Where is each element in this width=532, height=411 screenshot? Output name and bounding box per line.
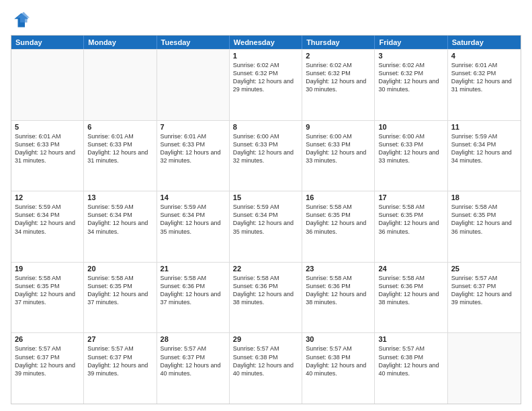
weekday-header-thursday: Thursday	[302, 36, 375, 49]
day-info: Sunrise: 6:01 AM Sunset: 6:33 PM Dayligh…	[15, 132, 80, 165]
weekday-header-tuesday: Tuesday	[157, 36, 230, 49]
day-cell-27: 27Sunrise: 5:57 AM Sunset: 6:37 PM Dayli…	[84, 333, 157, 404]
day-number: 23	[306, 265, 371, 273]
day-info: Sunrise: 5:58 AM Sunset: 6:35 PM Dayligh…	[306, 203, 371, 236]
day-info: Sunrise: 5:57 AM Sunset: 6:37 PM Dayligh…	[15, 345, 80, 377]
weekday-header-sunday: Sunday	[11, 36, 84, 49]
calendar: SundayMondayTuesdayWednesdayThursdayFrid…	[11, 35, 521, 404]
day-info: Sunrise: 5:59 AM Sunset: 6:34 PM Dayligh…	[233, 203, 298, 236]
day-info: Sunrise: 5:59 AM Sunset: 6:34 PM Dayligh…	[451, 132, 517, 165]
day-number: 6	[87, 123, 152, 131]
day-cell-12: 12Sunrise: 5:59 AM Sunset: 6:34 PM Dayli…	[11, 191, 84, 262]
day-number: 15	[233, 193, 298, 201]
calendar-row-4: 19Sunrise: 5:58 AM Sunset: 6:35 PM Dayli…	[11, 262, 521, 333]
day-info: Sunrise: 6:00 AM Sunset: 6:33 PM Dayligh…	[233, 132, 298, 165]
day-cell-3: 3Sunrise: 6:02 AM Sunset: 6:32 PM Daylig…	[375, 50, 447, 120]
day-number: 14	[161, 193, 226, 201]
day-cell-14: 14Sunrise: 5:59 AM Sunset: 6:34 PM Dayli…	[157, 191, 230, 262]
weekday-header-monday: Monday	[84, 36, 157, 49]
day-number: 11	[451, 123, 517, 131]
day-number: 27	[87, 335, 152, 343]
day-number: 31	[378, 335, 443, 343]
day-cell-16: 16Sunrise: 5:58 AM Sunset: 6:35 PM Dayli…	[302, 191, 375, 262]
day-info: Sunrise: 5:59 AM Sunset: 6:34 PM Dayligh…	[87, 203, 152, 236]
day-info: Sunrise: 6:02 AM Sunset: 6:32 PM Dayligh…	[233, 61, 298, 94]
day-info: Sunrise: 5:58 AM Sunset: 6:36 PM Dayligh…	[306, 274, 371, 307]
day-number: 9	[306, 123, 371, 131]
day-info: Sunrise: 5:59 AM Sunset: 6:34 PM Dayligh…	[161, 203, 226, 236]
weekday-header-friday: Friday	[375, 36, 447, 49]
day-info: Sunrise: 5:57 AM Sunset: 6:37 PM Dayligh…	[451, 274, 517, 307]
day-cell-30: 30Sunrise: 5:57 AM Sunset: 6:38 PM Dayli…	[302, 333, 375, 404]
day-number: 18	[451, 193, 517, 201]
day-cell-26: 26Sunrise: 5:57 AM Sunset: 6:37 PM Dayli…	[11, 333, 84, 404]
day-number: 2	[306, 52, 371, 60]
day-number: 24	[378, 265, 443, 273]
day-cell-24: 24Sunrise: 5:58 AM Sunset: 6:36 PM Dayli…	[375, 263, 447, 333]
day-info: Sunrise: 6:01 AM Sunset: 6:32 PM Dayligh…	[451, 61, 517, 94]
day-number: 16	[306, 193, 371, 201]
day-number: 5	[15, 123, 80, 131]
day-info: Sunrise: 5:58 AM Sunset: 6:35 PM Dayligh…	[87, 274, 152, 307]
day-number: 19	[15, 265, 80, 273]
header	[11, 11, 521, 30]
day-info: Sunrise: 5:57 AM Sunset: 6:38 PM Dayligh…	[233, 345, 298, 377]
day-cell-10: 10Sunrise: 6:00 AM Sunset: 6:33 PM Dayli…	[375, 121, 447, 191]
day-cell-empty-0-1	[84, 50, 157, 120]
day-info: Sunrise: 5:58 AM Sunset: 6:36 PM Dayligh…	[233, 274, 298, 307]
logo-icon	[11, 11, 30, 30]
day-cell-2: 2Sunrise: 6:02 AM Sunset: 6:32 PM Daylig…	[302, 50, 375, 120]
day-info: Sunrise: 5:57 AM Sunset: 6:37 PM Dayligh…	[161, 345, 226, 377]
day-number: 13	[87, 193, 152, 201]
day-cell-1: 1Sunrise: 6:02 AM Sunset: 6:32 PM Daylig…	[230, 50, 302, 120]
day-number: 20	[87, 265, 152, 273]
day-number: 22	[233, 265, 298, 273]
day-number: 26	[15, 335, 80, 343]
day-cell-18: 18Sunrise: 5:58 AM Sunset: 6:35 PM Dayli…	[448, 191, 521, 262]
day-cell-9: 9Sunrise: 6:00 AM Sunset: 6:33 PM Daylig…	[302, 121, 375, 191]
day-cell-21: 21Sunrise: 5:58 AM Sunset: 6:36 PM Dayli…	[157, 263, 230, 333]
day-number: 10	[378, 123, 443, 131]
day-cell-20: 20Sunrise: 5:58 AM Sunset: 6:35 PM Dayli…	[84, 263, 157, 333]
day-number: 28	[161, 335, 226, 343]
day-cell-4: 4Sunrise: 6:01 AM Sunset: 6:32 PM Daylig…	[448, 50, 521, 120]
day-cell-11: 11Sunrise: 5:59 AM Sunset: 6:34 PM Dayli…	[448, 121, 521, 191]
day-cell-6: 6Sunrise: 6:01 AM Sunset: 6:33 PM Daylig…	[84, 121, 157, 191]
day-info: Sunrise: 5:58 AM Sunset: 6:36 PM Dayligh…	[161, 274, 226, 307]
day-cell-25: 25Sunrise: 5:57 AM Sunset: 6:37 PM Dayli…	[448, 263, 521, 333]
logo	[11, 11, 32, 30]
day-info: Sunrise: 5:58 AM Sunset: 6:35 PM Dayligh…	[15, 274, 80, 307]
day-number: 21	[161, 265, 226, 273]
day-info: Sunrise: 6:01 AM Sunset: 6:33 PM Dayligh…	[161, 132, 226, 165]
day-cell-29: 29Sunrise: 5:57 AM Sunset: 6:38 PM Dayli…	[230, 333, 302, 404]
day-cell-empty-4-6	[448, 333, 521, 404]
day-number: 1	[233, 52, 298, 60]
day-info: Sunrise: 5:57 AM Sunset: 6:38 PM Dayligh…	[306, 345, 371, 377]
day-cell-22: 22Sunrise: 5:58 AM Sunset: 6:36 PM Dayli…	[230, 263, 302, 333]
day-cell-31: 31Sunrise: 5:57 AM Sunset: 6:38 PM Dayli…	[375, 333, 447, 404]
calendar-row-3: 12Sunrise: 5:59 AM Sunset: 6:34 PM Dayli…	[11, 191, 521, 262]
day-info: Sunrise: 5:59 AM Sunset: 6:34 PM Dayligh…	[15, 203, 80, 236]
calendar-body: 1Sunrise: 6:02 AM Sunset: 6:32 PM Daylig…	[11, 49, 521, 404]
day-info: Sunrise: 6:00 AM Sunset: 6:33 PM Dayligh…	[306, 132, 371, 165]
day-number: 4	[451, 52, 517, 60]
day-number: 25	[451, 265, 517, 273]
day-number: 29	[233, 335, 298, 343]
day-info: Sunrise: 5:57 AM Sunset: 6:37 PM Dayligh…	[87, 345, 152, 377]
day-cell-17: 17Sunrise: 5:58 AM Sunset: 6:35 PM Dayli…	[375, 191, 447, 262]
calendar-row-5: 26Sunrise: 5:57 AM Sunset: 6:37 PM Dayli…	[11, 332, 521, 404]
day-cell-19: 19Sunrise: 5:58 AM Sunset: 6:35 PM Dayli…	[11, 263, 84, 333]
day-cell-7: 7Sunrise: 6:01 AM Sunset: 6:33 PM Daylig…	[157, 121, 230, 191]
day-info: Sunrise: 5:57 AM Sunset: 6:38 PM Dayligh…	[378, 345, 443, 377]
calendar-row-1: 1Sunrise: 6:02 AM Sunset: 6:32 PM Daylig…	[11, 49, 521, 120]
day-number: 12	[15, 193, 80, 201]
day-cell-empty-0-2	[157, 50, 230, 120]
day-number: 30	[306, 335, 371, 343]
day-number: 8	[233, 123, 298, 131]
day-cell-5: 5Sunrise: 6:01 AM Sunset: 6:33 PM Daylig…	[11, 121, 84, 191]
day-cell-28: 28Sunrise: 5:57 AM Sunset: 6:37 PM Dayli…	[157, 333, 230, 404]
calendar-row-2: 5Sunrise: 6:01 AM Sunset: 6:33 PM Daylig…	[11, 120, 521, 191]
weekday-header-saturday: Saturday	[448, 36, 521, 49]
day-info: Sunrise: 6:01 AM Sunset: 6:33 PM Dayligh…	[87, 132, 152, 165]
day-number: 3	[378, 52, 443, 60]
